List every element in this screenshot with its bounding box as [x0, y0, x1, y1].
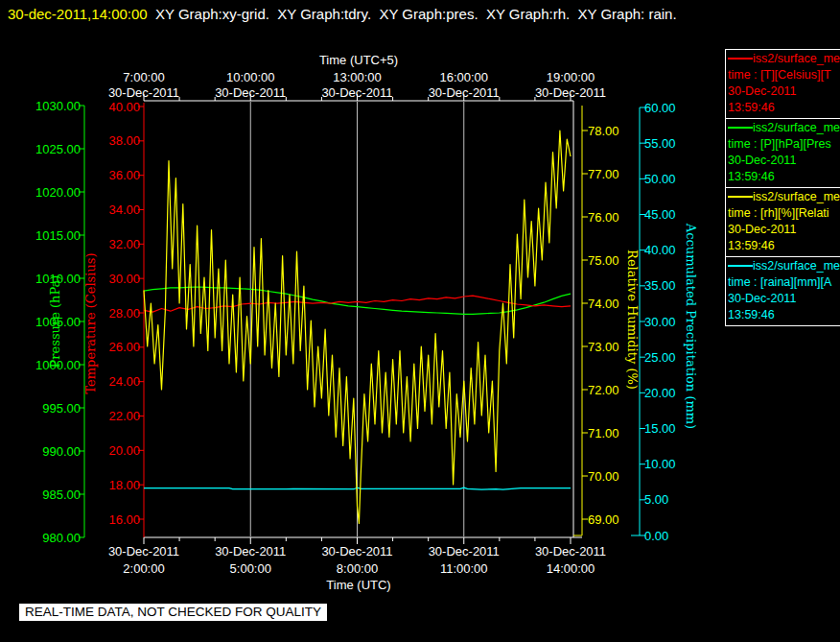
legend-series-name: iss2/surface_me — [726, 189, 840, 205]
top-tick-date-label: 30-Dec-2011 — [429, 85, 500, 100]
rh-tick-label: 70.00 — [588, 469, 619, 484]
pressure-tick-label: 995.00 — [42, 401, 81, 416]
pressure-tick-label: 1030.00 — [35, 99, 81, 113]
legend-series-detail: time : [raina][mm][A — [726, 274, 840, 291]
series-line-sample — [728, 58, 753, 59]
bottom-tick-time-label: 14:00:00 — [547, 561, 595, 576]
legend-entry-rh: iss2/surface_metime : [rh][%][Relati30-D… — [726, 188, 840, 257]
rh-tick-label: 75.00 — [588, 253, 619, 268]
pressure-axis-title: Pressure (hPa) — [48, 275, 62, 369]
legend-series-name: iss2/surface_me — [726, 120, 840, 136]
rh-tick-label: 71.00 — [588, 426, 619, 440]
top-axis-title: Time (UTC+5) — [319, 53, 398, 67]
bottom-tick-date-label: 30-Dec-2011 — [108, 544, 179, 559]
pressure-tick-label: 980.00 — [42, 531, 81, 545]
legend-series-detail: time : [P][hPa][Pres — [726, 136, 840, 153]
temperature-tick-label: 28.00 — [108, 306, 140, 321]
bottom-tick-date-label: 30-Dec-2011 — [215, 544, 286, 559]
rh-tick-label: 73.00 — [588, 340, 619, 354]
temperature-tick-label: 22.00 — [108, 409, 140, 423]
rh-tick-label: 74.00 — [588, 297, 619, 311]
pressure-tick-label: 1015.00 — [35, 228, 81, 243]
bottom-tick-time-label: 5:00:00 — [230, 561, 271, 576]
precip-tick-label: 15.00 — [644, 421, 676, 436]
bottom-tick-date-label: 30-Dec-2011 — [321, 544, 392, 559]
bottom-axis-title: Time (UTC) — [326, 578, 390, 592]
top-tick-date-label: 30-Dec-2011 — [321, 85, 392, 100]
precip-tick-label: 10.00 — [644, 457, 676, 471]
precip-tick-label: 50.00 — [644, 172, 676, 186]
top-tick-time-label: 16:00:00 — [439, 70, 488, 84]
legend-series-name: iss2/surface_me — [726, 51, 840, 67]
legend-time: 13:59:46 — [726, 238, 840, 254]
legend-entry-pres: iss2/surface_metime : [P][hPa][Pres30-De… — [726, 119, 840, 188]
pressure-tick-label: 990.00 — [42, 444, 81, 459]
pressure-tick-label: 985.00 — [42, 487, 81, 502]
top-tick-time-label: 7:00:00 — [123, 70, 164, 84]
temperature-tick-label: 36.00 — [108, 168, 140, 182]
rh-tick-label: 69.00 — [588, 512, 619, 527]
top-tick-date-label: 30-Dec-2011 — [108, 85, 179, 100]
rh-tick-label: 76.00 — [588, 210, 619, 225]
top-tick-date-label: 30-Dec-2011 — [215, 85, 286, 100]
rh-axis-title: Relative Humidity (%) — [625, 250, 640, 390]
legend-date: 30-Dec-2011 — [726, 153, 840, 169]
rh-tick-label: 72.00 — [588, 383, 619, 397]
bottom-tick-time-label: 2:00:00 — [123, 561, 164, 576]
legend-date: 30-Dec-2011 — [726, 222, 840, 238]
bottom-tick-time-label: 8:00:00 — [337, 561, 378, 576]
top-tick-date-label: 30-Dec-2011 — [535, 85, 606, 100]
legend-time: 13:59:46 — [726, 307, 840, 323]
rh-tick-label: 77.00 — [588, 167, 619, 181]
precip-axis-title: Accumulated Precipitation (mm) — [684, 223, 698, 429]
precip-tick-label: 0.00 — [644, 529, 668, 543]
series-line-sample — [728, 127, 753, 129]
pressure-tick-label: 1025.00 — [35, 142, 81, 156]
bottom-tick-time-label: 11:00:00 — [440, 561, 488, 576]
temperature-tick-label: 40.00 — [108, 100, 140, 114]
precip-tick-label: 60.00 — [644, 101, 676, 115]
series-line-sample — [728, 265, 753, 267]
legend-time: 13:59:46 — [726, 169, 840, 185]
legend-panel: iss2/surface_metime : [T][Celsius][T30-D… — [725, 49, 840, 326]
xy-graph-plot: Time (UTC+5)7:00:0030-Dec-201110:00:0030… — [0, 0, 840, 642]
precip-tick-label: 5.00 — [644, 492, 668, 507]
pressure-tick-label: 1020.00 — [35, 185, 81, 200]
series-line-sample — [728, 196, 753, 198]
temperature-tick-label: 38.00 — [108, 133, 140, 148]
legend-entry-rain: iss2/surface_metime : [raina][mm][A30-De… — [726, 257, 840, 326]
precip-tick-label: 25.00 — [644, 350, 676, 365]
legend-date: 30-Dec-2011 — [726, 83, 840, 100]
temperature-axis-title: Temperature (Celsius) — [83, 252, 98, 393]
quality-notice: REAL-TIME DATA, NOT CHECKED FOR QUALITY — [19, 604, 327, 621]
precip-tick-label: 45.00 — [644, 207, 676, 222]
temperature-tick-label: 20.00 — [108, 443, 140, 458]
temperature-tick-label: 34.00 — [108, 202, 140, 217]
legend-series-detail: time : [rh][%][Relati — [726, 205, 840, 222]
precip-tick-label: 20.00 — [644, 386, 676, 400]
bottom-tick-date-label: 30-Dec-2011 — [429, 544, 500, 559]
temperature-tick-label: 32.00 — [108, 237, 140, 251]
temperature-tick-label: 18.00 — [108, 478, 140, 492]
precip-tick-label: 30.00 — [644, 315, 676, 329]
top-tick-time-label: 13:00:00 — [333, 70, 382, 84]
legend-entry-tdry: iss2/surface_metime : [T][Celsius][T30-D… — [726, 50, 840, 119]
legend-time: 13:59:46 — [726, 100, 840, 116]
top-tick-time-label: 10:00:00 — [226, 70, 275, 84]
rh-tick-label: 78.00 — [588, 124, 619, 138]
temperature-tick-label: 24.00 — [108, 374, 140, 389]
legend-series-detail: time : [T][Celsius][T — [726, 67, 840, 83]
temperature-tick-label: 26.00 — [108, 340, 140, 354]
legend-date: 30-Dec-2011 — [726, 291, 840, 307]
precip-tick-label: 55.00 — [644, 136, 676, 151]
top-tick-time-label: 19:00:00 — [547, 70, 595, 84]
precip-tick-label: 35.00 — [644, 278, 676, 293]
legend-series-name: iss2/surface_me — [726, 258, 840, 274]
temperature-tick-label: 16.00 — [108, 512, 140, 527]
temperature-tick-label: 30.00 — [108, 272, 140, 286]
bottom-tick-date-label: 30-Dec-2011 — [535, 544, 606, 559]
graph-window: 30-dec-2011,14:00:00 XY Graph:xy-grid. X… — [0, 0, 840, 642]
precip-tick-label: 40.00 — [644, 243, 676, 257]
